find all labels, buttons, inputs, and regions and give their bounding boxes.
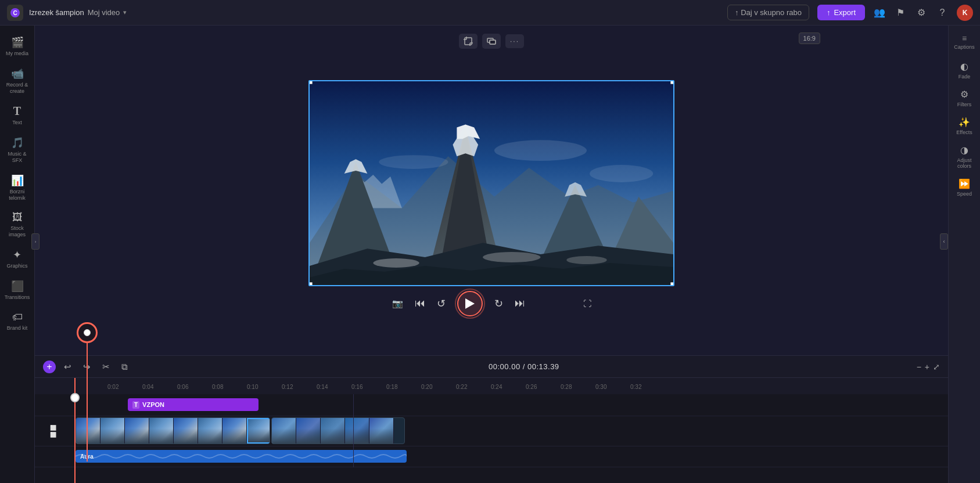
crop-button[interactable] xyxy=(459,34,478,49)
sidebar-item-text[interactable]: T Text xyxy=(2,100,33,131)
speed-icon: ⏩ xyxy=(959,178,970,189)
copy-button[interactable]: ⧉ xyxy=(118,360,131,374)
video-clip-1[interactable] xyxy=(76,417,270,444)
handle-top-right[interactable] xyxy=(670,80,674,84)
svg-point-25 xyxy=(483,252,540,262)
clip-type-icon: T xyxy=(132,401,139,409)
handle-top-left[interactable] xyxy=(308,80,313,84)
settings-icon[interactable]: ⚙ xyxy=(915,6,928,19)
zoom-in-button[interactable]: + xyxy=(925,362,929,372)
zoom-out-button[interactable]: − xyxy=(917,362,921,372)
filters-icon: ⚙ xyxy=(960,89,968,100)
sidebar-item-graphics-label: Graphics xyxy=(6,263,27,269)
collaborate-icon[interactable]: 👥 xyxy=(873,6,886,19)
user-avatar[interactable]: K xyxy=(957,5,973,21)
adjust-colors-icon: ◑ xyxy=(960,145,968,156)
panel-collapse-button[interactable]: › xyxy=(31,233,40,250)
sidebar-item-my-media[interactable]: 🎬 My media xyxy=(2,31,33,62)
playhead-knob xyxy=(70,393,80,402)
text-track-content: T VZPON xyxy=(76,394,948,416)
svg-rect-8 xyxy=(490,40,496,44)
timeline-ruler: 0:02 0:04 0:06 0:08 0:10 0:12 0:14 0:16 … xyxy=(35,378,948,394)
music-icon: 🎵 xyxy=(11,136,24,149)
fullscreen-button[interactable]: ⛶ xyxy=(583,299,591,308)
video-name: Moj video xyxy=(88,8,120,17)
video-preview xyxy=(308,80,674,286)
captions-label[interactable]: ≡ Captions xyxy=(952,31,977,52)
adjust-colors-label: Adjustcolors xyxy=(957,157,971,169)
sidebar-item-record-label: Record &create xyxy=(6,82,28,95)
flag-icon[interactable]: ⚑ xyxy=(894,6,907,19)
right-filters-item[interactable]: ⚙ Filters xyxy=(950,85,979,111)
borzni-icon: 📊 xyxy=(11,174,24,187)
more-options-button[interactable]: ··· xyxy=(505,34,524,48)
timeline-toolbar: + ↩ ↪ ✂ ⧉ 00:00.00 / 00:13.39 − + ⤢ xyxy=(35,356,948,378)
skip-start-button[interactable]: ⏮ xyxy=(415,297,425,309)
screenshot-button[interactable]: 📷 xyxy=(392,298,403,309)
fade-label: Fade xyxy=(959,74,971,80)
sidebar-item-record-create[interactable]: 📹 Record &create xyxy=(2,63,33,99)
audio-track-row: Aura xyxy=(35,446,948,467)
sidebar-item-brand-kit[interactable]: 🏷 Brand kit xyxy=(2,307,33,336)
speed-label: Speed xyxy=(957,191,972,197)
sidebar-item-borzni[interactable]: 📊 Borzni telomik xyxy=(2,170,33,206)
rewind-button[interactable]: ↺ xyxy=(437,297,446,310)
handle-bottom-right[interactable] xyxy=(670,282,674,286)
skip-end-button[interactable]: ⏭ xyxy=(515,297,525,309)
sidebar-item-music-sfx[interactable]: 🎵 Music & SFX xyxy=(2,132,33,168)
main-layout: 🎬 My media 📹 Record &create T Text 🎵 Mus… xyxy=(0,26,980,483)
svg-text:C: C xyxy=(13,10,17,16)
top-bar: C Izrezek šampion Moj video ▾ ↑ Daj v sk… xyxy=(0,0,980,26)
cut-button[interactable]: ✂ xyxy=(99,360,113,374)
center-area: ··· 16:9 xyxy=(35,26,948,483)
svg-point-26 xyxy=(566,256,607,264)
right-speed-item[interactable]: ⏩ Speed xyxy=(950,174,979,201)
vzpon-clip-label: VZPON xyxy=(142,401,164,408)
transitions-icon: ⬛ xyxy=(11,280,24,293)
aura-audio-clip[interactable]: Aura xyxy=(76,450,407,463)
timecode-display: 00:00.00 / 00:13.39 xyxy=(136,362,912,371)
timecode-separator: / xyxy=(523,362,527,371)
fast-forward-button[interactable]: ↻ xyxy=(494,297,503,310)
dropdown-chevron[interactable]: ▾ xyxy=(123,9,127,16)
share-icon: ↑ xyxy=(735,8,739,17)
zoom-expand-button[interactable]: ⤢ xyxy=(933,362,940,372)
sidebar-item-transitions[interactable]: ⬛ Transitions xyxy=(2,275,33,305)
tracks-container: T VZPON ⬜ ⬜ xyxy=(35,394,948,467)
preview-bottom-bar: 📷 ⏮ ↺ ↻ ⏭ ⛶ xyxy=(392,286,591,319)
sidebar-item-borzni-label: Borzni telomik xyxy=(5,189,30,201)
app-logo: C xyxy=(7,5,23,21)
timeline-area: + ↩ ↪ ✂ ⧉ 00:00.00 / 00:13.39 − + ⤢ xyxy=(35,355,948,483)
video-clip-2[interactable] xyxy=(271,417,405,444)
handle-bottom-left[interactable] xyxy=(308,282,313,286)
project-name: Izrezek šampion xyxy=(29,8,84,17)
project-title: Izrezek šampion Moj video ▾ xyxy=(29,8,127,17)
my-media-icon: 🎬 xyxy=(11,36,24,49)
text-icon: T xyxy=(13,104,21,118)
undo-button[interactable]: ↩ xyxy=(60,360,75,374)
sidebar-item-stock-images[interactable]: 🖼 Stockimages xyxy=(2,207,33,243)
filters-label: Filters xyxy=(957,102,972,107)
brand-kit-icon: 🏷 xyxy=(12,311,23,323)
right-sidebar-collapse-button[interactable]: ‹ xyxy=(940,233,948,250)
right-effects-item[interactable]: ✨ Effects xyxy=(950,113,979,139)
add-media-button[interactable]: + xyxy=(43,361,56,373)
help-icon[interactable]: ? xyxy=(936,6,949,19)
section-divider xyxy=(353,394,354,467)
share-button[interactable]: ↑ Daj v skupno rabo xyxy=(727,5,809,20)
more-icon: ··· xyxy=(510,37,519,45)
export-button[interactable]: ↑ Export xyxy=(817,5,865,20)
video-track-content xyxy=(76,416,948,446)
resize-button[interactable] xyxy=(482,34,501,49)
sidebar-item-graphics[interactable]: ✦ Graphics xyxy=(2,244,33,274)
zoom-controls: − + ⤢ xyxy=(917,362,940,372)
record-icon: 📹 xyxy=(11,67,24,80)
right-fade-item[interactable]: ◐ Fade xyxy=(950,57,979,84)
right-adjust-colors-item[interactable]: ◑ Adjustcolors xyxy=(950,140,979,173)
playhead[interactable] xyxy=(74,394,76,467)
play-pause-button[interactable] xyxy=(457,291,483,316)
redo-button[interactable]: ↪ xyxy=(80,360,94,374)
vzpon-clip[interactable]: T VZPON xyxy=(128,398,259,411)
sidebar-item-music-label: Music & SFX xyxy=(5,151,30,164)
video-track-label: ⬜ ⬜ xyxy=(35,425,76,438)
